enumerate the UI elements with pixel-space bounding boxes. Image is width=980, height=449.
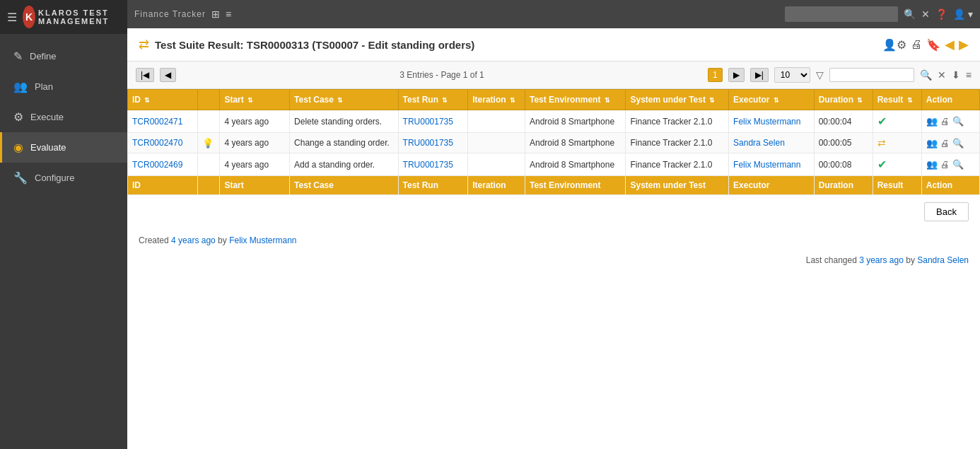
user-action-icon[interactable]: 👥 — [926, 116, 938, 127]
created-user-link[interactable]: Felix Mustermann — [229, 235, 296, 245]
executor-link[interactable]: Sandra Selen — [733, 138, 785, 148]
grid-icon[interactable]: ⊞ — [211, 8, 220, 20]
col-testrun-label: Test Run — [403, 95, 438, 105]
row-id-link[interactable]: TCR0002471 — [132, 117, 182, 127]
footer-cell-executor: Executor — [729, 176, 815, 195]
search-action-icon[interactable]: 🔍 — [952, 116, 964, 127]
back-button[interactable]: Back — [924, 202, 969, 221]
footer-cell-action: Action — [921, 176, 979, 195]
col-header-iteration[interactable]: Iteration ⇅ — [468, 90, 525, 110]
col-executor-label: Executor — [733, 95, 769, 105]
sort-icon: ⇅ — [247, 97, 253, 104]
filter-search-icon[interactable]: 🔍 — [920, 69, 932, 81]
col-start-label: Start — [224, 95, 243, 105]
table-footer-row: ID Start Test Case Test Run Iteration Te… — [128, 176, 980, 195]
prev-arrow-icon[interactable]: ◀ — [945, 37, 955, 52]
testrun-link[interactable]: TRU0001735 — [403, 160, 453, 170]
executor-link[interactable]: Felix Mustermann — [733, 117, 800, 127]
cell-flag — [197, 110, 220, 133]
col-header-result[interactable]: Result ⇅ — [873, 90, 921, 110]
col-header-executor[interactable]: Executor ⇅ — [729, 90, 815, 110]
cell-id: TCR0002469 — [128, 153, 198, 176]
sidebar-item-define[interactable]: ✎ Define — [0, 41, 127, 71]
print-action-icon[interactable]: 🖨 — [940, 159, 950, 170]
status-ok-icon: ✔ — [877, 115, 887, 127]
cell-testrun: TRU0001735 — [398, 133, 468, 153]
cell-testcase: Delete standing orders. — [290, 110, 398, 133]
footer-cell-env: Test Environment — [525, 176, 626, 195]
col-header-duration[interactable]: Duration ⇅ — [814, 90, 873, 110]
sidebar-item-label: Plan — [35, 81, 53, 92]
row-id-link[interactable]: TCR0002470 — [132, 138, 182, 148]
print-action-icon[interactable]: 🖨 — [940, 116, 950, 127]
changed-user-link[interactable]: Sandra Selen — [917, 255, 969, 265]
cell-id: TCR0002471 — [128, 110, 198, 133]
prev-page-button[interactable]: ◀ — [160, 68, 176, 82]
footer-cell-iteration: Iteration — [468, 176, 525, 195]
topbar-brand: Finance Tracker — [134, 9, 206, 19]
configure-icon: 🔧 — [13, 171, 28, 185]
sidebar-item-plan[interactable]: 👥 Plan — [0, 71, 127, 102]
cell-sut: Finance Tracker 2.1.0 — [626, 133, 729, 153]
bookmark-icon[interactable]: 🔖 — [926, 38, 940, 52]
filter-icon[interactable]: ▽ — [816, 69, 824, 81]
sort-icon: ⇅ — [510, 97, 515, 104]
sidebar: ☰ K KLAROS TEST MANAGEMENT ✎ Define 👥 Pl… — [0, 0, 127, 449]
page-1-button[interactable]: 1 — [708, 68, 723, 82]
user-icon[interactable]: 👤 ▾ — [953, 8, 973, 20]
logo-icon: K — [23, 6, 35, 28]
sort-icon: ⇅ — [907, 97, 913, 104]
logo-text-area: KLAROS TEST MANAGEMENT — [38, 8, 120, 25]
clear-search-icon[interactable]: ✕ — [921, 8, 930, 20]
main-area: Finance Tracker ⊞ ≡ 🔍 ✕ ❓ 👤 ▾ ⇄ Test Sui… — [127, 0, 980, 449]
first-page-button[interactable]: |◀ — [136, 68, 154, 82]
table-row: TCR0002470 💡 4 years ago Change a standi… — [128, 133, 980, 153]
back-area: Back — [127, 195, 980, 228]
row-id-link[interactable]: TCR0002469 — [132, 160, 182, 170]
help-icon[interactable]: ❓ — [935, 8, 947, 20]
search-action-icon[interactable]: 🔍 — [952, 138, 964, 148]
search-icon[interactable]: 🔍 — [904, 8, 916, 20]
user-action-icon[interactable]: 👥 — [926, 138, 938, 148]
testrun-link[interactable]: TRU0001735 — [403, 138, 453, 148]
global-search-input[interactable] — [785, 6, 898, 22]
page-size-select[interactable]: 5 10 25 50 100 — [774, 67, 810, 83]
search-action-icon[interactable]: 🔍 — [952, 159, 964, 170]
cell-sut: Finance Tracker 2.1.0 — [626, 110, 729, 133]
sidebar-item-evaluate[interactable]: ◉ Evaluate — [0, 132, 127, 163]
col-header-env[interactable]: Test Environment ⇅ — [525, 90, 626, 110]
col-header-start[interactable]: Start ⇅ — [220, 90, 290, 110]
sort-icon: ⇅ — [857, 97, 863, 104]
user-config-icon[interactable]: 👤⚙ — [882, 38, 906, 52]
cell-testcase: Change a standing order. — [290, 133, 398, 153]
sidebar-item-execute[interactable]: ⚙ Execute — [0, 102, 127, 132]
content-area: ⇄ Test Suite Result: TSR0000313 (TS00007… — [127, 28, 980, 449]
plan-icon: 👥 — [13, 80, 28, 93]
print-action-icon[interactable]: 🖨 — [940, 138, 950, 148]
user-action-icon[interactable]: 👥 — [926, 159, 938, 170]
sidebar-nav: ✎ Define 👥 Plan ⚙ Execute ◉ Evaluate 🔧 C… — [0, 34, 127, 449]
footer-cell-start: Start — [220, 176, 290, 195]
hamburger-icon[interactable]: ☰ — [7, 11, 17, 24]
list-icon[interactable]: ≡ — [226, 8, 231, 20]
col-header-sut[interactable]: System under Test ⇅ — [626, 90, 729, 110]
changed-time-link[interactable]: 3 years ago — [859, 255, 904, 265]
sidebar-item-configure[interactable]: 🔧 Configure — [0, 163, 127, 193]
columns-icon[interactable]: ≡ — [966, 69, 972, 81]
sidebar-item-label: Execute — [30, 112, 64, 122]
created-time-link[interactable]: 4 years ago — [171, 235, 216, 245]
cell-start: 4 years ago — [220, 133, 290, 153]
filter-clear-icon[interactable]: ✕ — [938, 69, 946, 81]
col-header-id[interactable]: ID ⇅ — [128, 90, 198, 110]
export-icon[interactable]: ⬇ — [952, 69, 960, 81]
created-label: Created — [139, 235, 169, 245]
print-icon[interactable]: 🖨 — [911, 38, 922, 51]
last-page-button[interactable]: ▶| — [750, 68, 769, 82]
col-header-testcase[interactable]: Test Case ⇅ — [290, 90, 398, 110]
filter-input[interactable] — [829, 68, 914, 82]
col-header-testrun[interactable]: Test Run ⇅ — [398, 90, 468, 110]
next-arrow-icon[interactable]: ▶ — [959, 37, 969, 52]
testrun-link[interactable]: TRU0001735 — [403, 117, 453, 127]
executor-link[interactable]: Felix Mustermann — [733, 160, 800, 170]
next-page-button[interactable]: ▶ — [728, 68, 745, 82]
